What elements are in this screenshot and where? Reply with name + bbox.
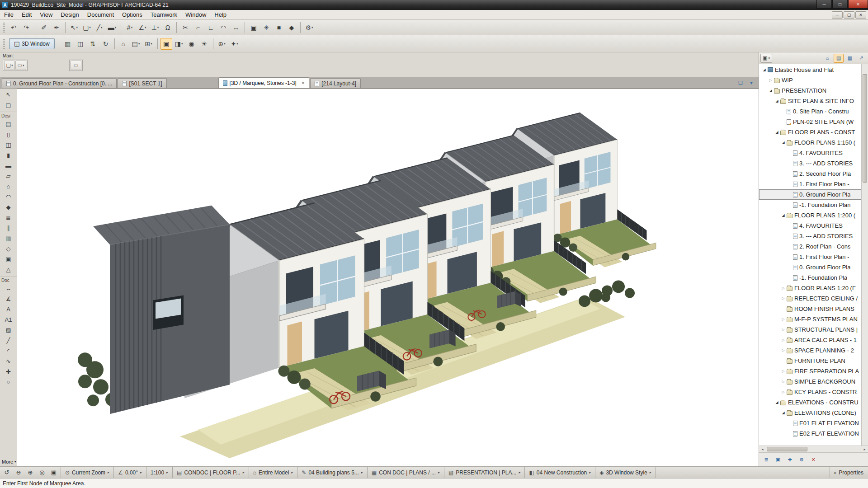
marquee-rect-button[interactable]: ▭▾	[15, 61, 26, 70]
expand-arrow-icon[interactable]: ◢	[780, 213, 786, 217]
expand-arrow-icon[interactable]: ◢	[780, 411, 786, 415]
toolbox-more-button[interactable]: More▾	[0, 457, 17, 465]
marquee-single-button[interactable]: ▭	[71, 61, 81, 70]
tree-item[interactable]: 1. First Floor Plan -	[759, 179, 861, 189]
tab-list-button[interactable]: ▾	[746, 78, 756, 87]
close-button[interactable]: ✕	[848, 0, 868, 9]
sun-study-button[interactable]: ☀	[198, 38, 210, 50]
delete-item-button[interactable]: ✕	[808, 455, 818, 464]
tree-item[interactable]: 0. Ground Floor Pla	[759, 189, 861, 200]
tree-item[interactable]: ▷M-E-P SYSTEMS PLAN	[759, 314, 861, 324]
menu-window[interactable]: Window	[181, 10, 210, 19]
settings-button[interactable]: ⚙▾	[303, 22, 315, 33]
tab-3[interactable]: [3D / Marquee, Stories -1-3]✕	[218, 77, 310, 88]
tab-1[interactable]: 0. Ground Floor Plan - Construction [0. …	[2, 78, 117, 88]
tree-item[interactable]: -1. Foundation Pla	[759, 272, 861, 283]
project-map-button[interactable]: ⌂	[822, 54, 832, 63]
fill-tool-button[interactable]: ▨	[2, 325, 15, 335]
tree-item[interactable]: -1. Foundation Plan	[759, 200, 861, 210]
scroll-right-icon[interactable]: ▸	[861, 447, 868, 451]
group-button[interactable]: ▣	[248, 22, 259, 33]
menu-design[interactable]: Design	[57, 10, 83, 19]
section-view-button[interactable]: ◫	[75, 38, 86, 50]
tree-item[interactable]: ▷WIP	[759, 75, 861, 85]
scrollbar-track[interactable]	[766, 446, 861, 452]
tree-item[interactable]: 1. First Floor Plan -	[759, 252, 861, 262]
camera-button[interactable]: ◉	[186, 38, 198, 50]
menu-view[interactable]: View	[36, 10, 57, 19]
mdi-minimize-button[interactable]: ─	[832, 11, 843, 19]
status-layout-set[interactable]: ▧PRESENTATION | PLA...▸	[444, 467, 525, 478]
mdi-close-button[interactable]: ✕	[855, 11, 866, 19]
beam-tool-button[interactable]: ▬	[2, 160, 15, 171]
fillet-chamfer-button[interactable]: ◠	[217, 22, 229, 33]
explode-button[interactable]: ✳	[260, 22, 272, 33]
viewport-3d[interactable]	[17, 89, 759, 466]
expand-arrow-icon[interactable]: ◢	[774, 99, 780, 103]
tree-item[interactable]: 4. FAVOURITES	[759, 221, 861, 231]
status-pen-set[interactable]: ✎04 Building plans 5...▸	[297, 467, 368, 478]
arc-tool-button[interactable]: ◜	[2, 346, 15, 356]
toolbar-grip[interactable]	[3, 23, 5, 33]
tree-item[interactable]: ◢Elastic House and Flat	[759, 65, 861, 75]
label-tool-button[interactable]: A1	[2, 314, 15, 325]
properties-toggle[interactable]: ▸ Properties	[830, 467, 868, 478]
status-window-style[interactable]: ◈3D Window Style▸	[595, 467, 656, 478]
magnet-button[interactable]: Ω	[162, 22, 174, 33]
navigator-vertical-scrollbar[interactable]	[861, 64, 868, 446]
tree-item[interactable]: 2. Roof Plan - Cons	[759, 241, 861, 252]
resize-button[interactable]: ↔	[230, 22, 242, 33]
tree-item[interactable]: ▷AREA CALC PLANS - 1	[759, 335, 861, 345]
line-options-button[interactable]: ╱▾	[94, 22, 105, 33]
extras-button[interactable]: ✦▾	[229, 38, 241, 50]
pick-up-parameters-button[interactable]: ✐	[38, 22, 50, 33]
orbit-view-button[interactable]: ◎	[37, 468, 47, 478]
layers-button[interactable]: ▤▾	[130, 38, 142, 50]
roof-tool-button[interactable]: ⌂	[2, 181, 15, 192]
shell-tool-button[interactable]: ◠	[2, 192, 15, 202]
arrow-options-button[interactable]: ↖▾	[68, 22, 80, 33]
figure-tool-button[interactable]: ○	[2, 377, 15, 387]
tree-item[interactable]: ◢PRESENTATION	[759, 85, 861, 96]
tree-item[interactable]: PLN-02 SITE PLAN (W	[759, 117, 861, 127]
tree-item[interactable]: ◢SITE PLAN & SITE INFO	[759, 96, 861, 106]
tree-item[interactable]: 3. --- ADD STORIES	[759, 158, 861, 169]
tree-item[interactable]: ▷STRUCTURAL PLANS |	[759, 324, 861, 335]
refresh-view-button[interactable]: ↺	[1, 468, 12, 478]
tab-2[interactable]: [S01 SECT 1]	[118, 78, 166, 88]
morph-tool-button[interactable]: ◆	[2, 202, 15, 212]
door-tool-button[interactable]: ▯	[2, 129, 15, 140]
view-map-button[interactable]: ▤	[834, 54, 844, 63]
zone-tool-button[interactable]: ▣	[2, 254, 15, 264]
status-renovation-filter[interactable]: ◧04 New Construction▸	[525, 467, 595, 478]
viewpoint-settings-button[interactable]: ⚙	[797, 455, 807, 464]
marquee-options-button[interactable]: ▢▾	[81, 22, 93, 33]
floor-plan-button[interactable]: ▦	[62, 38, 74, 50]
tree-item[interactable]: ▷SPACE PLANNING - 2	[759, 345, 861, 356]
tree-item[interactable]: ▷KEY PLANS - CONSTR	[759, 387, 861, 397]
spline-tool-button[interactable]: ∿	[2, 356, 15, 366]
zoom-3d-button[interactable]: ⊕▾	[216, 38, 228, 50]
status-model-filter[interactable]: ⌂Entire Model▸	[249, 467, 298, 478]
expand-arrow-icon[interactable]: ▷	[780, 369, 786, 373]
tab-4[interactable]: [214 Layout-4]	[310, 78, 361, 88]
maximize-button[interactable]: □	[832, 0, 848, 9]
tree-item[interactable]: ◢ELEVATIONS - CONSTRU	[759, 397, 861, 408]
layout-book-button[interactable]: ▦	[845, 54, 855, 63]
split-button[interactable]: ✂	[179, 22, 191, 33]
tree-item[interactable]: FURNITURE PLAN	[759, 356, 861, 366]
status-rotation[interactable]: ∠0,00°▸	[114, 467, 146, 478]
walk-mode-button[interactable]: ⇅	[87, 38, 99, 50]
snap-guides-button[interactable]: ∠▾	[137, 22, 148, 33]
tree-item[interactable]: ◢FLOOR PLANS - CONST	[759, 127, 861, 137]
tree-item[interactable]: ▷SIMPLE BACKGROUN	[759, 376, 861, 387]
expand-arrow-icon[interactable]: ▷	[780, 338, 786, 342]
navigator-horizontal-scrollbar[interactable]: ◂ ▸	[759, 446, 868, 453]
status-dimension-standard[interactable]: ▦CON DOC | PLANS / ...▸	[368, 467, 444, 478]
tree-item[interactable]: E01 FLAT ELEVATION	[759, 418, 861, 428]
tree-item[interactable]: 3. --- ADD STORIES	[759, 231, 861, 241]
menu-document[interactable]: Document	[83, 10, 118, 19]
expand-arrow-icon[interactable]: ▷	[780, 390, 786, 394]
tree-item[interactable]: ▷REFLECTED CEILING /	[759, 293, 861, 304]
solid-operations-button[interactable]: ■	[273, 22, 285, 33]
